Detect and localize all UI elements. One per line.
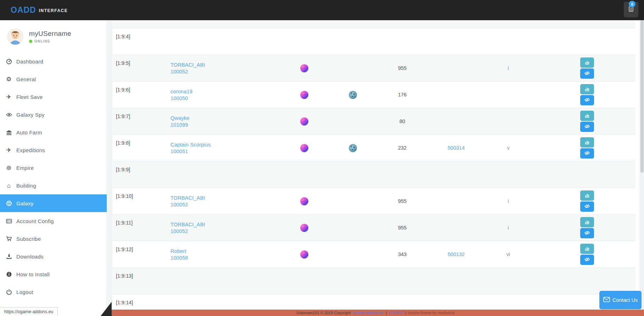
sidebar-item-label: Galaxy <box>16 200 34 206</box>
activity-value: 343 <box>380 241 425 267</box>
planet-icon <box>300 144 308 152</box>
stats-button[interactable] <box>580 244 594 254</box>
stats-button[interactable] <box>580 84 594 94</box>
table-row: [1:9:9] <box>112 161 635 188</box>
bar-chart-icon <box>584 139 590 146</box>
activity-value: 955 <box>380 215 425 241</box>
bar-chart-icon <box>584 113 590 119</box>
sidebar-item-downloads[interactable]: Downloads <box>0 248 107 265</box>
envelope-icon <box>603 297 610 303</box>
eye-slash-icon <box>584 124 590 130</box>
vertical-scrollbar[interactable] <box>640 20 644 316</box>
debris-link[interactable]: 500132 <box>448 251 465 257</box>
username: myUSername <box>29 30 71 38</box>
view-button[interactable] <box>580 95 594 105</box>
footer-site-link[interactable]: ogame-addons.eu <box>352 311 384 315</box>
player-name-link[interactable]: Qwayke <box>170 115 190 121</box>
sidebar-item-galaxy[interactable]: Galaxy <box>0 194 107 212</box>
info-icon <box>5 271 13 277</box>
sidebar-item-expeditions[interactable]: ✈ Expeditions <box>0 141 107 159</box>
contact-us-button[interactable]: Contact Us <box>599 291 642 309</box>
sidebar-item-galaxy-spy[interactable]: Galaxy Spy <box>0 106 107 123</box>
sidebar-item-label: Logout <box>16 289 33 295</box>
planet-icon <box>300 250 308 259</box>
planet-icon <box>300 117 308 126</box>
view-button[interactable] <box>580 68 594 79</box>
sidebar-item-label: Subscribe <box>16 236 41 242</box>
player-id-link[interactable]: 100052 <box>170 69 188 74</box>
theme-credit: lumino theme by medialoot <box>408 311 454 315</box>
coords-label: [1:9:12] <box>112 241 170 267</box>
online-status-label: ONLINE <box>34 39 50 43</box>
rank-roman: i <box>488 55 529 81</box>
sidebar-item-how-to-install[interactable]: How to Install <box>0 265 107 283</box>
stats-button[interactable] <box>580 57 594 68</box>
player-name-link[interactable]: Robert <box>170 248 186 254</box>
content-gutter <box>107 20 112 316</box>
stats-button[interactable] <box>580 111 594 121</box>
logo-primary: OADD <box>11 5 36 15</box>
sidebar-item-logout[interactable]: Logout <box>0 283 107 301</box>
sidebar-item-label: Account Config <box>16 218 54 224</box>
sidebar-item-auto-farm[interactable]: Auto Farm <box>0 123 107 141</box>
home-icon: ⌂ <box>5 183 13 189</box>
sidebar-item-label: Galaxy Spy <box>16 112 45 118</box>
globe-icon <box>5 200 13 206</box>
view-button[interactable] <box>580 228 594 238</box>
activity-value: 176 <box>380 82 425 108</box>
player-id-link[interactable]: 100051 <box>170 149 188 154</box>
eye-slash-icon <box>584 97 590 104</box>
contact-us-label: Contact Us <box>612 297 638 303</box>
player-id-link[interactable]: 101099 <box>170 122 188 128</box>
player-name-link[interactable]: corona19 <box>170 89 192 94</box>
sidebar-item-label: Building <box>16 183 36 189</box>
coords-label: [1:9:5] <box>112 55 170 81</box>
player-name-link[interactable]: Captain Scorpius <box>170 142 211 148</box>
sidebar-item-empire[interactable]: ⊛ Empire <box>0 159 107 177</box>
status-url-text: https://ogame-addons.eu <box>4 309 53 314</box>
app-logo[interactable]: OADD INTERFACE <box>11 0 68 20</box>
copyright-text: Unknown101 © 2019 Copyright <box>296 311 351 315</box>
debris-link[interactable]: 500314 <box>448 145 465 151</box>
view-button[interactable] <box>580 201 594 212</box>
view-button[interactable] <box>580 255 594 265</box>
sidebar-item-account-config[interactable]: Account Config <box>0 212 107 230</box>
sidebar-item-building[interactable]: ⌂ Building <box>0 177 107 194</box>
view-button[interactable] <box>580 122 594 132</box>
player-name-link[interactable]: TORBACI_ABI <box>170 222 205 227</box>
gears-icon: ⚙ <box>5 76 13 82</box>
moon-icon <box>349 144 357 152</box>
scrollbar-thumb[interactable] <box>640 20 644 173</box>
player-id-link[interactable]: 100052 <box>170 202 188 207</box>
rank-roman: v <box>488 135 529 161</box>
player-name-link[interactable]: TORBACI_ABI <box>170 195 205 201</box>
player-name-link[interactable]: TORBACI_ABI <box>170 62 205 68</box>
player-id-link[interactable]: 100052 <box>170 228 188 234</box>
stats-button[interactable] <box>580 190 594 201</box>
bar-chart-icon <box>584 60 590 66</box>
eye-slash-icon <box>584 150 590 157</box>
sidebar-item-general[interactable]: ⚙ General <box>0 70 107 88</box>
sidebar-item-fleet-save[interactable]: ✈ Fleet Save <box>0 88 107 106</box>
footer-separator: | <box>386 311 387 315</box>
sidebar-item-dashboard[interactable]: Dashboard <box>0 52 107 70</box>
stats-button[interactable] <box>580 217 594 227</box>
bar-chart-icon <box>584 219 590 226</box>
eye-slash-icon <box>584 230 590 237</box>
coords-label: [1:9:8] <box>112 135 170 161</box>
sidebar-item-subscribe[interactable]: Subscribe <box>0 230 107 248</box>
dashboard-icon <box>5 59 13 65</box>
notifications-button[interactable]: 0 <box>624 2 638 17</box>
view-button[interactable] <box>580 148 594 159</box>
player-id-link[interactable]: 100050 <box>170 95 188 101</box>
plane-icon: ✈ <box>5 94 13 100</box>
sidebar-item-label: Dashboard <box>16 59 43 65</box>
player-id-link[interactable]: 100058 <box>170 255 188 261</box>
stats-button[interactable] <box>580 137 594 148</box>
table-row: [1:9:11] TORBACI_ABI 100052 955 i <box>112 215 635 241</box>
planet-icon <box>300 224 308 232</box>
eye-icon <box>5 112 13 118</box>
table-row: [1:9:12] Robert 100058 343 500132 vi <box>112 241 635 268</box>
coords-label: [1:9:9] <box>112 161 170 188</box>
download-icon <box>5 254 13 260</box>
